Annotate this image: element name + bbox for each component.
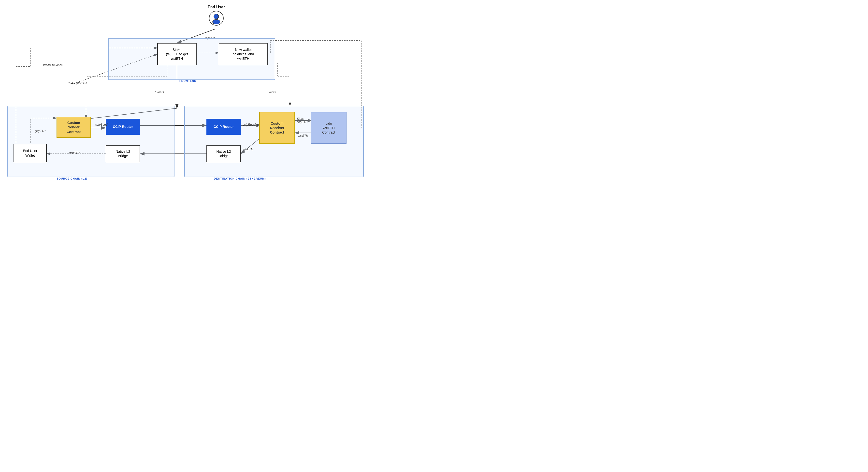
svg-point-32	[213, 20, 220, 24]
diagram-container: End User Approve FRONTEND Stake (W)ETH t…	[0, 0, 434, 236]
end-user-label: End User	[208, 5, 225, 9]
source-chain-label: SOURCE CHAIN (L2)	[57, 177, 87, 180]
new-wallet-box: New wallet balances, and wstETH	[219, 43, 268, 65]
ccip-router-dst-box: CCIP Router	[207, 119, 241, 135]
end-user: End User	[208, 5, 225, 26]
custom-receiver-box: Custom Receiver Contract	[259, 112, 295, 144]
source-chain-region	[7, 106, 175, 177]
stake-box: Stake (W)ETH to get wstETH	[157, 43, 196, 65]
svg-point-31	[214, 14, 219, 19]
custom-sender-box: Custom Sender Contract	[57, 117, 91, 138]
ccip-router-src-box: CCIP Router	[106, 119, 140, 135]
lido-contract-box: Lido wstETH Contract	[311, 112, 346, 144]
native-l2-bridge-dst-box: Native L2 Bridge	[207, 145, 241, 163]
dest-chain-label: DESTINATION CHAIN (ETHEREUM)	[214, 177, 266, 180]
end-user-wallet-box: End User Wallet	[13, 144, 47, 163]
native-l2-bridge-src-box: Native L2 Bridge	[106, 145, 140, 163]
frontend-label: FRONTEND	[179, 80, 196, 82]
user-avatar	[209, 11, 224, 26]
